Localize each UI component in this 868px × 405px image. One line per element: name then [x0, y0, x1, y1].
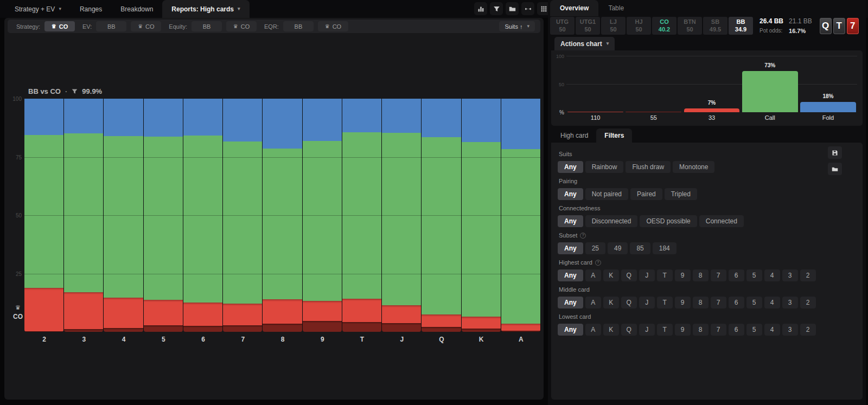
filter-option-highest-card-5[interactable]: 5 — [746, 269, 762, 281]
filter-option-subset-85[interactable]: 85 — [630, 242, 650, 254]
sort-dropdown[interactable]: Suits ↑▾ — [499, 21, 535, 31]
filter-option-pairing-paired[interactable]: Paired — [630, 188, 662, 200]
filter-option-lowest-card-k[interactable]: K — [603, 324, 619, 336]
filter-option-lowest-card-t[interactable]: T — [657, 324, 673, 336]
filter-option-middle-card-2[interactable]: 2 — [800, 297, 816, 308]
stack-column-t[interactable] — [342, 99, 382, 332]
action-column-110[interactable] — [566, 56, 624, 112]
tab-table[interactable]: Table — [598, 0, 634, 16]
filter-pill-equity-bb[interactable]: BB — [192, 21, 222, 31]
action-column-fold[interactable]: 18% — [799, 56, 857, 112]
position-cell-utg[interactable]: UTG50 — [550, 17, 575, 35]
filter-option-lowest-card-5[interactable]: 5 — [746, 324, 762, 336]
filter-option-middle-card-7[interactable]: 7 — [711, 297, 726, 308]
expand-icon[interactable] — [521, 2, 534, 15]
filter-option-highest-card-q[interactable]: Q — [621, 269, 637, 281]
stack-column-2[interactable] — [24, 99, 64, 332]
filter-option-lowest-card-9[interactable]: 9 — [675, 324, 691, 336]
info-icon[interactable]: ? — [580, 233, 586, 239]
info-icon[interactable]: ? — [595, 260, 601, 266]
position-cell-utg1[interactable]: UTG150 — [576, 17, 600, 35]
stack-column-7[interactable] — [223, 99, 263, 332]
position-cell-sb[interactable]: SB49.5 — [703, 17, 727, 35]
filter-option-highest-card-k[interactable]: K — [603, 269, 619, 281]
filter-option-pairing-any[interactable]: Any — [558, 188, 583, 200]
filter-option-highest-card-j[interactable]: J — [639, 269, 655, 281]
nav-tab-breakdown[interactable]: Breakdown — [111, 0, 162, 18]
filter-option-middle-card-8[interactable]: 8 — [693, 297, 709, 308]
filter-option-middle-card-any[interactable]: Any — [558, 297, 583, 308]
filter-option-lowest-card-8[interactable]: 8 — [693, 324, 709, 336]
sub-tab-filters[interactable]: Filters — [596, 128, 632, 143]
filter-option-connectedness-connected[interactable]: Connected — [699, 215, 744, 227]
filter-option-lowest-card-j[interactable]: J — [639, 324, 655, 336]
filter-option-highest-card-7[interactable]: 7 — [711, 269, 726, 281]
filter-option-subset-184[interactable]: 184 — [653, 242, 676, 254]
stack-column-3[interactable] — [64, 99, 104, 332]
position-cell-hj[interactable]: HJ50 — [627, 17, 651, 35]
filter-option-middle-card-5[interactable]: 5 — [746, 297, 762, 308]
funnel-icon[interactable] — [490, 2, 503, 15]
save-icon[interactable] — [828, 146, 842, 159]
position-cell-btn[interactable]: BTN50 — [678, 17, 702, 35]
bar-chart-icon[interactable] — [474, 2, 487, 15]
folder-icon[interactable] — [506, 2, 519, 15]
filter-option-lowest-card-a[interactable]: A — [585, 324, 601, 336]
filter-option-highest-card-2[interactable]: 2 — [800, 269, 816, 281]
filter-option-lowest-card-q[interactable]: Q — [621, 324, 637, 336]
nav-tab-ranges[interactable]: Ranges — [71, 0, 111, 18]
filter-option-highest-card-4[interactable]: 4 — [764, 269, 780, 281]
position-cell-lj[interactable]: LJ50 — [601, 17, 626, 35]
filter-pill-strategy-co[interactable]: ♛CO — [44, 21, 75, 31]
filter-option-connectedness-oesd-possible[interactable]: OESD possible — [640, 215, 697, 227]
filter-option-middle-card-q[interactable]: Q — [621, 297, 637, 308]
filter-option-highest-card-a[interactable]: A — [585, 269, 601, 281]
action-column-55[interactable] — [624, 56, 682, 112]
stack-column-k[interactable] — [462, 99, 501, 332]
filter-option-highest-card-6[interactable]: 6 — [729, 269, 744, 281]
filter-option-lowest-card-6[interactable]: 6 — [729, 324, 744, 336]
filter-option-pairing-not-paired[interactable]: Not paired — [585, 188, 628, 200]
filter-option-subset-any[interactable]: Any — [558, 242, 583, 254]
filter-option-middle-card-t[interactable]: T — [657, 297, 673, 308]
filter-option-suits-monotone[interactable]: Monotone — [673, 161, 714, 173]
filter-option-suits-flush-draw[interactable]: Flush draw — [626, 161, 671, 173]
filter-option-middle-card-4[interactable]: 4 — [764, 297, 780, 308]
filter-option-subset-49[interactable]: 49 — [608, 242, 628, 254]
filter-option-suits-any[interactable]: Any — [558, 161, 583, 173]
filter-pill-ev-co[interactable]: ♛CO — [131, 21, 161, 31]
filter-option-middle-card-6[interactable]: 6 — [729, 297, 744, 308]
tab-overview[interactable]: Overview — [550, 0, 598, 16]
filter-option-highest-card-any[interactable]: Any — [558, 269, 583, 281]
stack-column-9[interactable] — [303, 99, 342, 332]
position-cell-co[interactable]: CO40.2 — [652, 17, 676, 35]
folder-icon[interactable] — [828, 163, 842, 175]
stack-column-4[interactable] — [104, 99, 143, 332]
filter-pill-equity-co[interactable]: ♛CO — [226, 21, 257, 31]
filter-option-pairing-tripled[interactable]: Tripled — [665, 188, 697, 200]
stack-column-q[interactable] — [422, 99, 461, 332]
action-column-33[interactable]: 7% — [682, 56, 741, 112]
filter-option-suits-rainbow[interactable]: Rainbow — [585, 161, 624, 173]
filter-option-lowest-card-2[interactable]: 2 — [800, 324, 816, 336]
filter-option-middle-card-a[interactable]: A — [585, 297, 601, 308]
stack-column-a[interactable] — [501, 99, 541, 332]
nav-tab-strategy-ev[interactable]: Strategy + EV▾ — [5, 0, 71, 18]
filter-option-highest-card-9[interactable]: 9 — [675, 269, 691, 281]
filter-option-lowest-card-4[interactable]: 4 — [764, 324, 780, 336]
filter-pill-eqr-co[interactable]: ♛CO — [318, 21, 348, 31]
filter-option-lowest-card-3[interactable]: 3 — [782, 324, 798, 336]
stack-column-j[interactable] — [382, 99, 422, 332]
filter-option-highest-card-8[interactable]: 8 — [693, 269, 709, 281]
filter-option-middle-card-3[interactable]: 3 — [782, 297, 798, 308]
filter-option-highest-card-3[interactable]: 3 — [782, 269, 798, 281]
stack-column-5[interactable] — [144, 99, 183, 332]
sub-tab-high-card[interactable]: High card — [552, 128, 596, 143]
filter-option-highest-card-t[interactable]: T — [657, 269, 673, 281]
filter-pill-eqr-bb[interactable]: BB — [283, 21, 314, 31]
actions-chart-tab[interactable]: Actions chart ▾ — [554, 37, 615, 50]
action-column-call[interactable]: 73% — [741, 56, 799, 112]
filter-option-middle-card-k[interactable]: K — [603, 297, 619, 308]
filter-option-lowest-card-7[interactable]: 7 — [711, 324, 726, 336]
stack-column-6[interactable] — [183, 99, 223, 332]
